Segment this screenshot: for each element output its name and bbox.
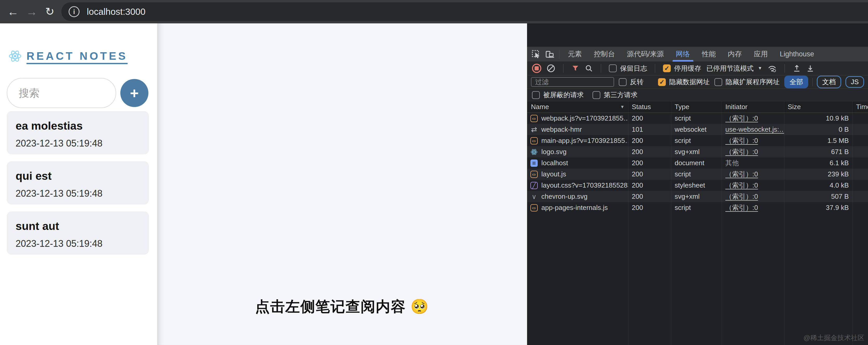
request-status: 200 [628,204,671,212]
devtools-tab-2[interactable]: 控制台 [588,47,621,62]
clear-network-log-icon[interactable] [547,64,555,73]
add-note-button[interactable]: + [120,79,148,107]
request-size: 10.9 kB [784,114,852,122]
column-divider[interactable] [628,101,628,345]
divider [784,64,785,73]
reload-icon[interactable]: ↻ [45,6,54,17]
devtools-tab-6[interactable]: 内存 [722,47,748,62]
invert-filter-toggle[interactable]: ✓ 反转 [619,77,644,87]
search-icon[interactable] [585,64,593,72]
request-size: 37.9 kB [784,204,852,212]
divider [601,64,601,73]
request-initiator: （索引）:0 [722,136,784,145]
request-size: 671 B [784,148,852,156]
network-request-row[interactable]: ‹›layout.js 200 script （索引）:0 239 kB [527,168,868,180]
request-name: layout.js [541,170,566,178]
request-size: 0 B [784,125,852,133]
filter-funnel-icon[interactable] [571,64,580,72]
note-title: ea molestias [16,120,140,132]
column-header-initiator[interactable]: Initiator [722,103,784,111]
address-bar[interactable]: i localhost:3000 [61,2,868,21]
request-name: layout.css?v=1703921855283 [541,181,628,189]
network-request-row[interactable]: ‹›webpack.js?v=1703921855… 200 script （索… [527,113,868,124]
request-initiator: （索引）:0 [722,170,784,179]
note-list-item[interactable]: sunt aut 2023-12-13 05:19:48 [7,212,149,255]
checkbox[interactable]: ✓ [592,91,600,99]
hide-extension-urls-toggle[interactable]: ✓ 隐藏扩展程序网址 [714,77,780,87]
network-request-row[interactable]: ∨chevron-up.svg 200 svg+xml （索引）:0 507 B [527,191,868,202]
record-network-log-icon[interactable] [532,64,541,73]
checkbox[interactable]: ✓ [619,78,627,86]
websocket-icon: ⇄ [530,126,538,133]
network-request-row[interactable]: ‹›app-pages-internals.js 200 script （索引）… [527,202,868,213]
column-divider[interactable] [671,101,671,345]
column-header-time[interactable]: Time [852,103,868,111]
note-list-item[interactable]: ea molestias 2023-12-13 05:19:48 [7,111,149,154]
disable-cache-toggle[interactable]: ✓ 停用缓存 [663,64,701,73]
sort-desc-icon: ▼ [620,104,624,109]
request-type: svg+xml [671,148,722,156]
blocked-requests-label: 被屏蔽的请求 [543,90,584,99]
network-request-row[interactable]: ⇄webpack-hmr 101 websocket use-websocket… [527,124,868,135]
network-conditions-icon[interactable] [768,64,777,73]
request-size: 6.1 kB [784,159,852,167]
inspect-element-icon[interactable] [530,49,542,60]
checkbox[interactable]: ✓ [714,78,722,86]
devtools-tabbar: 元素控制台源代码/来源网络性能内存应用Lighthouse [527,47,868,62]
checkbox[interactable]: ✓ [663,64,671,72]
browser-topbar: ← → ↻ i localhost:3000 [0,0,868,23]
checkbox[interactable]: ✓ [532,91,540,99]
network-request-row[interactable]: ≡localhost 200 document 其他 6.1 kB [527,157,868,168]
column-header-type[interactable]: Type [671,103,722,111]
network-request-row[interactable]: logo.svg 200 svg+xml （索引）:0 671 B [527,146,868,157]
request-size: 4.0 kB [784,181,852,189]
script-file-icon: ‹› [530,137,538,145]
devtools-tab-7[interactable]: 应用 [748,47,774,62]
request-type: script [671,204,722,212]
note-content-area: 点击左侧笔记查阅内容 🥺 [157,23,527,345]
network-filter-row: ✓ 反转 ✓ 隐藏数据网址 ✓ 隐藏扩展程序网址 全部文档JSFetch/XHR [527,75,868,89]
blocked-requests-toggle[interactable]: ✓ 被屏蔽的请求 [532,90,584,99]
filter-chip-3[interactable]: JS [845,76,864,88]
filter-input[interactable] [531,77,614,87]
column-header-status[interactable]: Status [628,103,671,111]
throttling-dropdown[interactable]: 已停用节流模式 ▼ [706,64,762,73]
network-request-row[interactable]: ‹›main-app.js?v=1703921855… 200 script （… [527,135,868,146]
search-input[interactable] [7,78,116,108]
forward-icon[interactable]: → [26,6,37,18]
device-toolbar-icon[interactable] [544,49,555,60]
network-requests-table: Name ▼ Status Type Initiator Size Time ‹… [527,101,868,345]
devtools-tab-4[interactable]: 网络 [670,47,696,62]
request-status: 200 [628,159,671,167]
preserve-log-toggle[interactable]: ✓ 保留日志 [609,64,647,73]
url-text[interactable]: localhost:3000 [87,6,146,17]
devtools-tab-8[interactable]: Lighthouse [774,47,820,62]
request-type: script [671,137,722,145]
notes-list: ea molestias 2023-12-13 05:19:48 qui est… [7,111,149,255]
site-info-icon[interactable]: i [69,6,80,17]
disable-cache-label: 停用缓存 [674,64,701,73]
network-request-row[interactable]: ╱layout.css?v=1703921855283 200 styleshe… [527,180,868,191]
devtools-tab-3[interactable]: 源代码/来源 [621,47,670,62]
filter-chip-1[interactable]: 全部 [784,75,808,88]
script-file-icon: ‹› [530,115,538,122]
filter-chip-2[interactable]: 文档 [817,75,841,88]
app-home-link[interactable]: REACT NOTES [8,50,128,63]
checkbox[interactable]: ✓ [609,64,617,72]
watermark: @稀土掘金技术社区 [804,333,864,342]
note-list-item[interactable]: qui est 2023-12-13 05:19:48 [7,161,149,205]
third-party-requests-toggle[interactable]: ✓ 第三方请求 [592,90,638,99]
request-status: 200 [628,114,671,122]
hide-data-urls-toggle[interactable]: ✓ 隐藏数据网址 [658,77,710,87]
column-header-size[interactable]: Size [784,103,852,111]
back-icon[interactable]: ← [7,6,19,18]
export-har-icon[interactable] [806,64,814,73]
checkbox[interactable]: ✓ [658,78,666,86]
request-name: webpack-hmr [541,125,582,133]
column-header-name[interactable]: Name ▼ [527,103,628,111]
import-har-icon[interactable] [793,64,801,73]
devtools-tab-1[interactable]: 元素 [562,47,588,62]
column-divider[interactable] [784,101,784,345]
column-divider[interactable] [722,101,722,345]
devtools-tab-5[interactable]: 性能 [696,47,722,62]
